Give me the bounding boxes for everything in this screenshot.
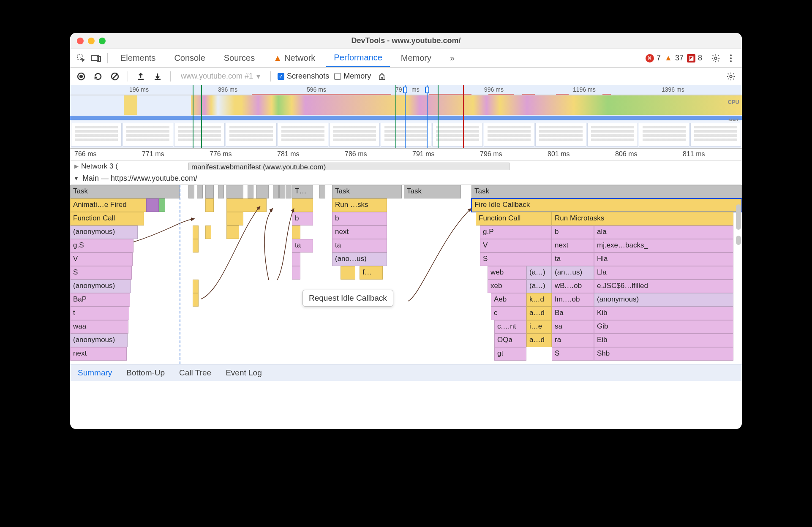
flame-call[interactable] xyxy=(292,253,300,266)
flame-call[interactable] xyxy=(292,225,300,239)
flame-call[interactable]: a…d xyxy=(526,307,552,320)
settings-icon[interactable] xyxy=(710,52,722,64)
flame-call[interactable]: next xyxy=(332,225,387,239)
flame-call[interactable]: Gib xyxy=(594,320,733,334)
timeline-overview[interactable]: 196 ms 396 ms 596 ms 79 ms 996 ms 1196 m… xyxy=(70,85,742,149)
flame-event[interactable]: Function Call xyxy=(70,212,144,225)
flame-call[interactable]: V xyxy=(480,239,552,253)
flame-call[interactable]: (anonymous) xyxy=(70,334,128,347)
flame-call[interactable]: S xyxy=(552,347,594,361)
tab-summary[interactable]: Summary xyxy=(78,368,112,378)
flame-call[interactable]: g.S xyxy=(70,239,134,253)
window-minimize-icon[interactable] xyxy=(88,38,95,44)
screenshot-thumb[interactable] xyxy=(71,123,122,147)
flame-call[interactable]: ala xyxy=(594,225,733,239)
flame-call[interactable]: V xyxy=(70,253,133,266)
flame-call[interactable]: wB.…ob xyxy=(552,280,594,293)
flame-call[interactable] xyxy=(193,280,199,293)
screenshot-thumb[interactable] xyxy=(329,123,380,147)
tab-performance[interactable]: Performance xyxy=(326,49,390,67)
clear-icon[interactable] xyxy=(109,71,121,82)
flame-call[interactable]: c xyxy=(491,307,526,320)
flame-call[interactable]: waa xyxy=(70,320,128,334)
tab-sources[interactable]: Sources xyxy=(216,49,262,67)
flame-task[interactable]: Task xyxy=(332,185,402,198)
flame-chart[interactable]: Task T… Task Task Task Animati…e Fired R… xyxy=(70,185,742,364)
flame-call[interactable]: f… xyxy=(360,266,383,280)
upload-icon[interactable] xyxy=(135,71,147,82)
selection-end[interactable] xyxy=(427,85,428,148)
flame-call[interactable]: xeb xyxy=(488,280,526,293)
flame-event-selected[interactable]: Fire Idle Callback xyxy=(471,198,742,212)
inspect-element-icon[interactable] xyxy=(75,52,87,64)
screenshot-thumb[interactable] xyxy=(484,123,534,147)
flame-call[interactable]: (anonymous) xyxy=(594,293,733,307)
flame-call[interactable]: b xyxy=(292,212,313,225)
flame-event[interactable]: Animati…e Fired xyxy=(70,198,146,212)
flame-call[interactable]: i…e xyxy=(526,320,552,334)
selection-start[interactable] xyxy=(405,85,406,148)
record-icon[interactable] xyxy=(75,71,87,82)
screenshot-thumb[interactable] xyxy=(278,123,328,147)
flame-event[interactable] xyxy=(205,198,214,212)
scrollbar-thumb[interactable] xyxy=(736,236,741,245)
flame-call[interactable]: ra xyxy=(552,334,594,347)
window-zoom-icon[interactable] xyxy=(99,38,106,44)
flame-event[interactable]: Run …sks xyxy=(332,198,387,212)
collapse-icon[interactable]: ▼ xyxy=(74,175,79,182)
main-thread-header[interactable]: ▼ Main — https://www.youtube.com/ xyxy=(70,172,742,185)
flame-call[interactable]: OQa xyxy=(494,334,526,347)
flame-call[interactable]: a…d xyxy=(526,334,552,347)
screenshots-checkbox[interactable]: Screenshots xyxy=(278,72,329,81)
network-track[interactable]: ▶ Network 3 ( manifest.webmanifest (www.… xyxy=(70,160,742,172)
screenshot-thumb[interactable] xyxy=(123,123,173,147)
flame-call[interactable]: Eib xyxy=(594,334,733,347)
flame-call[interactable]: ta xyxy=(292,239,313,253)
capture-settings-icon[interactable] xyxy=(725,71,737,82)
flame-event[interactable] xyxy=(146,198,159,212)
scrollbar-thumb[interactable] xyxy=(736,204,741,230)
screenshot-thumb[interactable] xyxy=(587,123,638,147)
flame-task[interactable] xyxy=(319,185,325,198)
warning-count[interactable]: ▲37 xyxy=(664,54,684,62)
flame-call[interactable]: (ano…us) xyxy=(332,253,387,266)
issue-count[interactable]: ◪8 xyxy=(687,54,702,62)
flame-call[interactable]: (anonymous) xyxy=(70,225,138,239)
device-toolbar-icon[interactable] xyxy=(90,52,102,64)
flame-call[interactable] xyxy=(205,225,211,239)
flame-call[interactable]: b xyxy=(332,212,387,225)
flame-task[interactable] xyxy=(218,185,224,198)
window-close-icon[interactable] xyxy=(77,38,84,44)
flame-call[interactable]: t xyxy=(70,307,129,320)
flame-event[interactable] xyxy=(159,198,165,212)
flame-event[interactable] xyxy=(226,198,267,212)
flame-task[interactable]: Task xyxy=(70,185,180,198)
flame-task[interactable] xyxy=(286,185,292,198)
flame-call[interactable]: g.P xyxy=(480,225,552,239)
tab-console[interactable]: Console xyxy=(166,49,213,67)
screenshot-thumb[interactable] xyxy=(226,123,276,147)
flame-call[interactable] xyxy=(292,266,300,280)
flame-call[interactable]: Kib xyxy=(594,307,733,320)
flame-call[interactable]: Ba xyxy=(552,307,594,320)
flame-call[interactable]: e.JSC$6…lfilled xyxy=(594,280,733,293)
flame-call[interactable]: Im.…ob xyxy=(552,293,594,307)
expand-icon[interactable]: ▶ xyxy=(74,163,79,169)
flame-call[interactable]: gt xyxy=(494,347,526,361)
time-ruler[interactable]: 766 ms 771 ms 776 ms 781 ms 786 ms 791 m… xyxy=(70,149,742,160)
flame-call[interactable]: sa xyxy=(552,320,594,334)
flame-task[interactable]: Task xyxy=(471,185,742,198)
flame-call[interactable] xyxy=(193,239,199,253)
flame-task[interactable] xyxy=(279,185,285,198)
flame-event[interactable] xyxy=(292,198,313,212)
flame-task[interactable] xyxy=(205,185,214,198)
flame-call[interactable]: S xyxy=(480,253,552,266)
flame-call[interactable]: (anonymous) xyxy=(70,280,131,293)
flame-task[interactable] xyxy=(273,185,279,198)
flame-call[interactable] xyxy=(341,266,355,280)
recording-select[interactable]: www.youtube.com #1▾ xyxy=(177,72,264,81)
flame-call[interactable]: Hla xyxy=(594,253,733,266)
flame-event[interactable]: Function Call xyxy=(476,212,552,225)
flame-call[interactable]: (an…us) xyxy=(552,266,594,280)
flame-call[interactable]: k…d xyxy=(526,293,552,307)
